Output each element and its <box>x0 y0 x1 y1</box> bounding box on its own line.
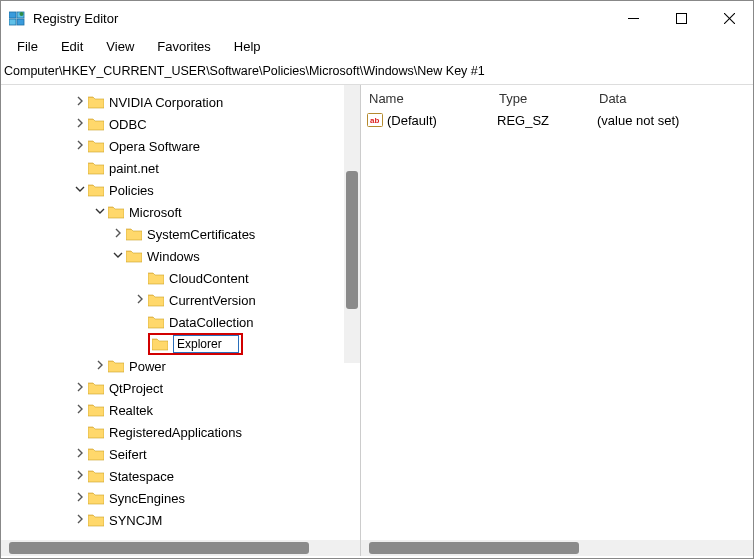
folder-icon <box>148 271 164 285</box>
chevron-down-icon[interactable] <box>73 183 87 197</box>
chevron-down-icon[interactable] <box>93 205 107 219</box>
folder-icon <box>148 315 164 329</box>
tree-vscrollbar[interactable] <box>344 85 360 363</box>
tree-item[interactable]: CloudContent <box>1 267 360 289</box>
tree-item-label: Windows <box>147 249 200 264</box>
tree-item[interactable]: paint.net <box>1 157 360 179</box>
svg-text:ab: ab <box>370 116 379 125</box>
tree-item-label: Microsoft <box>129 205 182 220</box>
svg-rect-6 <box>676 13 686 23</box>
tree-item[interactable]: Realtek <box>1 399 360 421</box>
chevron-right-icon[interactable] <box>73 139 87 153</box>
menu-file[interactable]: File <box>7 37 48 56</box>
tree-item[interactable]: RegisteredApplications <box>1 421 360 443</box>
folder-icon <box>152 337 168 351</box>
value-list[interactable]: ab(Default)REG_SZ(value not set) <box>361 110 753 130</box>
minimize-button[interactable] <box>609 3 657 33</box>
menu-view[interactable]: View <box>96 37 144 56</box>
value-row[interactable]: ab(Default)REG_SZ(value not set) <box>367 110 753 130</box>
folder-icon <box>88 447 104 461</box>
tree-item[interactable]: Windows <box>1 245 360 267</box>
tree-item-label: NVIDIA Corporation <box>109 95 223 110</box>
tree-item-label: RegisteredApplications <box>109 425 242 440</box>
chevron-right-icon[interactable] <box>73 95 87 109</box>
folder-icon <box>88 183 104 197</box>
tree-item-label: DataCollection <box>169 315 254 330</box>
maximize-button[interactable] <box>657 3 705 33</box>
close-button[interactable] <box>705 3 753 33</box>
chevron-right-icon[interactable] <box>73 381 87 395</box>
tree-item[interactable] <box>1 333 360 355</box>
tree-item[interactable]: SYNCJM <box>1 509 360 531</box>
col-header-name[interactable]: Name <box>369 91 499 106</box>
address-bar[interactable]: Computer\HKEY_CURRENT_USER\Software\Poli… <box>1 60 753 85</box>
window-controls <box>609 3 753 33</box>
svg-rect-3 <box>17 19 24 25</box>
menu-help[interactable]: Help <box>224 37 271 56</box>
chevron-right-icon[interactable] <box>73 513 87 527</box>
tree-item-label: SyncEngines <box>109 491 185 506</box>
chevron-right-icon[interactable] <box>133 293 147 307</box>
col-header-data[interactable]: Data <box>599 91 753 106</box>
rename-highlight <box>148 333 243 355</box>
tree-item[interactable]: Opera Software <box>1 135 360 157</box>
tree-item-label: SYNCJM <box>109 513 162 528</box>
tree-item[interactable]: Microsoft <box>1 201 360 223</box>
folder-icon <box>88 117 104 131</box>
tree-item[interactable]: NVIDIA Corporation <box>1 91 360 113</box>
chevron-down-icon[interactable] <box>111 249 125 263</box>
tree-item-label: SystemCertificates <box>147 227 255 242</box>
tree-item[interactable]: Policies <box>1 179 360 201</box>
tree-item[interactable]: CurrentVersion <box>1 289 360 311</box>
tree-item[interactable]: Power <box>1 355 360 377</box>
tree-item[interactable]: Statespace <box>1 465 360 487</box>
registry-tree[interactable]: NVIDIA CorporationODBCOpera Software pai… <box>1 85 360 538</box>
value-name: (Default) <box>387 113 437 128</box>
window-title: Registry Editor <box>33 11 118 26</box>
string-value-icon: ab <box>367 113 383 127</box>
tree-item-label: Realtek <box>109 403 153 418</box>
folder-icon <box>88 139 104 153</box>
folder-icon <box>88 425 104 439</box>
tree-item[interactable]: Seifert <box>1 443 360 465</box>
list-pane: Name Type Data ab(Default)REG_SZ(value n… <box>361 85 753 556</box>
chevron-right-icon[interactable] <box>73 447 87 461</box>
tree-item-label: Statespace <box>109 469 174 484</box>
folder-icon <box>88 469 104 483</box>
tree-item[interactable]: SystemCertificates <box>1 223 360 245</box>
chevron-right-icon[interactable] <box>73 469 87 483</box>
regedit-app-icon <box>9 11 25 27</box>
tree-item-label: Power <box>129 359 166 374</box>
tree-item-label: Opera Software <box>109 139 200 154</box>
chevron-right-icon[interactable] <box>111 227 125 241</box>
folder-icon <box>88 381 104 395</box>
menubar: File Edit View Favorites Help <box>1 35 753 60</box>
menu-favorites[interactable]: Favorites <box>147 37 220 56</box>
folder-icon <box>88 161 104 175</box>
tree-hscrollbar[interactable] <box>1 540 360 556</box>
titlebar: Registry Editor <box>1 1 753 35</box>
chevron-right-icon[interactable] <box>73 491 87 505</box>
folder-icon <box>88 491 104 505</box>
col-header-type[interactable]: Type <box>499 91 599 106</box>
tree-item[interactable]: QtProject <box>1 377 360 399</box>
tree-item-label: paint.net <box>109 161 159 176</box>
folder-icon <box>88 513 104 527</box>
tree-item-label: QtProject <box>109 381 163 396</box>
chevron-right-icon[interactable] <box>93 359 107 373</box>
value-data: (value not set) <box>597 113 753 128</box>
tree-item[interactable]: SyncEngines <box>1 487 360 509</box>
chevron-right-icon[interactable] <box>73 117 87 131</box>
list-hscrollbar[interactable] <box>361 540 753 556</box>
svg-rect-0 <box>9 12 16 18</box>
menu-edit[interactable]: Edit <box>51 37 93 56</box>
tree-item-label: CurrentVersion <box>169 293 256 308</box>
folder-icon <box>88 403 104 417</box>
list-header[interactable]: Name Type Data <box>361 85 753 110</box>
chevron-right-icon[interactable] <box>73 403 87 417</box>
rename-input[interactable] <box>173 335 239 353</box>
tree-item[interactable]: DataCollection <box>1 311 360 333</box>
tree-item[interactable]: ODBC <box>1 113 360 135</box>
folder-icon <box>108 359 124 373</box>
svg-rect-2 <box>9 19 16 25</box>
